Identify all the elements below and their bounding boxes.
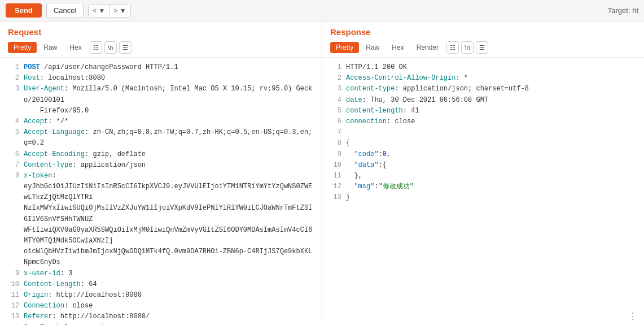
- line-item: 3 content-type: application/json; charse…: [330, 84, 636, 94]
- line-item: 12 Connection: close: [8, 301, 314, 311]
- icon-menu-req[interactable]: ☰: [119, 41, 132, 54]
- response-title: Response: [330, 27, 636, 37]
- nav-arrows: < ▼ > ▼: [88, 4, 130, 18]
- line-item: eyJhbGciOiJIUzI1NiIsInR5cCI6IkpXVCJ9.eyJ…: [8, 181, 314, 203]
- response-header: Response Pretty Raw Hex Render ☷ \n ☰: [322, 21, 644, 58]
- line-item: 4 date: Thu, 30 Dec 2021 06:56:08 GMT: [330, 95, 636, 106]
- line-item: NzIxMWYxIiwiSUQiOjMsIlVzZXJuYW1lIjoiVXpK…: [8, 203, 314, 224]
- line-item: 13 Referer: http://localhost:8080/: [8, 311, 314, 322]
- line-item: 9 x-user-id: 3: [8, 268, 314, 279]
- request-header: Request Pretty Raw Hex ☷ \n ☰: [0, 21, 322, 58]
- tab-render-resp[interactable]: Render: [411, 42, 444, 53]
- response-tab-bar: Pretty Raw Hex Render ☷ \n ☰: [330, 41, 636, 54]
- line-item: 3 User-Agent: Mozilla/5.0 (Macintosh; In…: [8, 84, 314, 105]
- request-panel: Request Pretty Raw Hex ☷ \n ☰ 1 POST /ap…: [0, 21, 322, 325]
- line-item: WFtIiwiQXV0aG9yaXR5SWQiOiIxMjM0IiwiQnVmZ…: [8, 225, 314, 246]
- request-body[interactable]: 1 POST /api/user/changePassword HTTP/1.1…: [0, 58, 322, 325]
- line-item: 8 x-token:: [8, 171, 314, 181]
- line-item: 1 POST /api/user/changePassword HTTP/1.1: [8, 62, 314, 73]
- line-item: 6 Accept-Encoding: gzip, deflate: [8, 149, 314, 160]
- icon-newline-req[interactable]: \n: [104, 41, 117, 54]
- line-item: 5 content-length: 41: [330, 106, 636, 116]
- line-item: 9 "code":0,: [330, 149, 636, 160]
- line-item: 7: [330, 127, 636, 138]
- line-item: 10 Content-Length: 64: [8, 279, 314, 290]
- dots-area: ⋮: [322, 307, 644, 325]
- tab-hex-req[interactable]: Hex: [64, 42, 87, 53]
- target-label: Target: ht: [608, 6, 638, 15]
- line-item: 11 Origin: http://localhost:8080: [8, 290, 314, 301]
- response-body[interactable]: 1 HTTP/1.1 200 OK 2 Access-Control-Allow…: [322, 58, 644, 307]
- tab-pretty-resp[interactable]: Pretty: [330, 42, 359, 53]
- next-button[interactable]: > ▼: [109, 5, 130, 17]
- line-item: Firefox/95.0: [8, 106, 314, 116]
- cancel-button[interactable]: Cancel: [46, 3, 84, 18]
- request-title: Request: [8, 27, 314, 37]
- line-item: 14 Sec-Fetch-Dest: empty: [8, 323, 314, 326]
- line-item: 2 Access-Control-Allow-Origin: *: [330, 73, 636, 84]
- line-item: 6 connection: close: [330, 116, 636, 127]
- line-item: 10 "data":{: [330, 160, 636, 171]
- line-item: 5 Accept-Language: zh-CN,zh;q=0.8,zh-TW;…: [8, 127, 314, 149]
- toolbar: Send Cancel < ▼ > ▼ Target: ht: [0, 0, 644, 21]
- icon-newline-resp[interactable]: \n: [461, 41, 474, 54]
- tab-raw-req[interactable]: Raw: [38, 42, 63, 53]
- line-item: 13 }: [330, 192, 636, 203]
- main-content: Request Pretty Raw Hex ☷ \n ☰ 1 POST /ap…: [0, 21, 644, 325]
- line-item: 4 Accept: */*: [8, 116, 314, 127]
- line-item: 1 HTTP/1.1 200 OK: [330, 62, 636, 73]
- line-item: 11 },: [330, 171, 636, 181]
- request-tab-bar: Pretty Raw Hex ☷ \n ☰: [8, 41, 314, 54]
- line-item: 8 {: [330, 138, 636, 149]
- icon-list-resp[interactable]: ☷: [446, 41, 459, 54]
- send-button[interactable]: Send: [6, 3, 42, 18]
- line-item: oicWlQbHVzIiwibmJmIjoxNjQwODQ1MTk4fQ.0vm…: [8, 246, 314, 268]
- icon-list-req[interactable]: ☷: [90, 41, 102, 54]
- tab-hex-resp[interactable]: Hex: [386, 42, 409, 53]
- icon-menu-resp[interactable]: ☰: [476, 41, 488, 54]
- line-item: 12 "msg":"修改成功": [330, 181, 636, 192]
- prev-button[interactable]: < ▼: [89, 5, 109, 17]
- tab-raw-resp[interactable]: Raw: [360, 42, 385, 53]
- response-panel: Response Pretty Raw Hex Render ☷ \n ☰ 1 …: [322, 21, 644, 325]
- line-item: 7 Content-Type: application/json: [8, 160, 314, 171]
- tab-pretty-req[interactable]: Pretty: [8, 42, 37, 53]
- line-item: 2 Host: localhost:8080: [8, 73, 314, 84]
